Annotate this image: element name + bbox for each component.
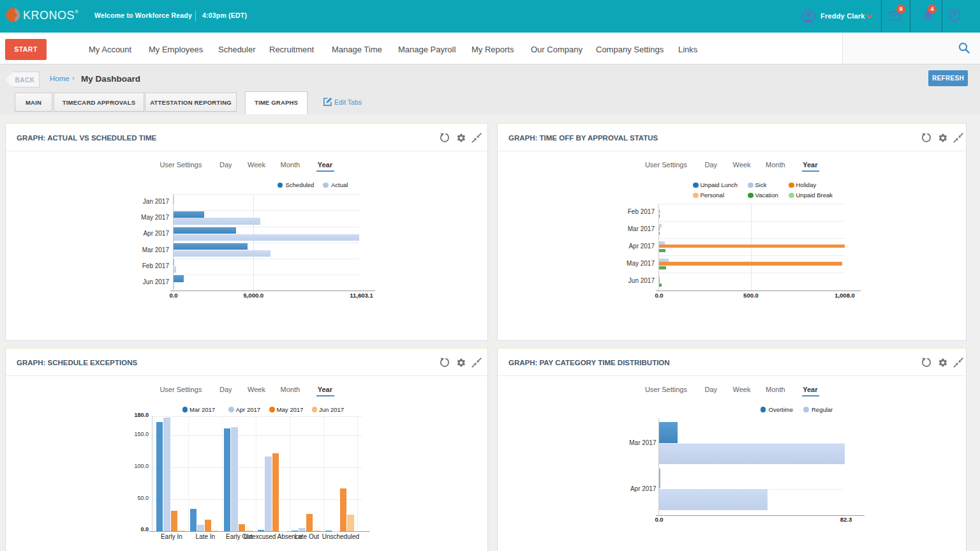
svg-text:?: ?: [952, 11, 957, 20]
